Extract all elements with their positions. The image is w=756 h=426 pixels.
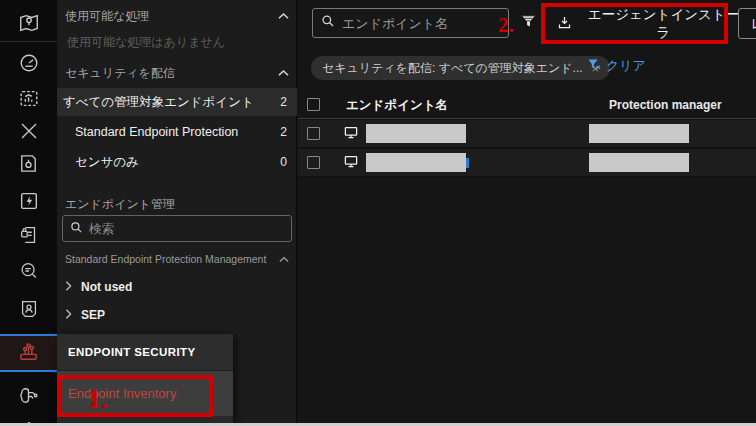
endpoint-table-area: エージェントインストーラ レ セキュリティを配信: すべての管理対象エンド...… (298, 0, 756, 426)
tree-item-label: SEP (81, 308, 105, 322)
endpoint-search-box (312, 8, 509, 38)
sidebar-item-all-managed-endpoints[interactable]: すべての管理対象エンドポイント 2 (57, 88, 297, 116)
lightning-icon[interactable] (0, 184, 57, 218)
section-title: エンドポイント管理 (65, 196, 175, 213)
sidebar-item-label: センサのみ (57, 154, 139, 171)
x-icon[interactable] (0, 114, 57, 148)
column-header-protection-manager[interactable]: Protection manager (609, 98, 722, 112)
endpoint-search-input[interactable] (342, 16, 500, 31)
tree-item-sep[interactable]: SEP (65, 308, 105, 322)
sidebar-search-box (62, 215, 292, 242)
endpoint-security-flyout-menu: ENDPOINT SECURITY Endpoint Inventory (57, 334, 233, 426)
monitor-icon (343, 154, 359, 173)
search-icon (321, 14, 335, 32)
section-title: 使用可能な処理 (65, 8, 149, 25)
section-endpoint-management: エンドポイント管理 (65, 193, 289, 215)
table-row[interactable] (298, 120, 756, 148)
clear-filters-button[interactable]: クリア (586, 57, 646, 75)
flyout-header: ENDPOINT SECURITY (57, 334, 233, 371)
column-header-endpoint-name[interactable]: エンドポイント名 (346, 97, 448, 114)
secondary-toolbar-button[interactable]: レ (738, 8, 756, 39)
chevron-up-icon[interactable] (278, 9, 289, 23)
sidebar-item-sensor-only[interactable]: センサのみ 0 (57, 148, 297, 176)
menu-item-endpoint-inventory[interactable]: Endpoint Inventory (57, 371, 233, 416)
tree-item-not-used[interactable]: Not used (65, 280, 132, 294)
sidebar-item-count: 2 (280, 95, 287, 109)
sidebar-item-label: すべての管理対象エンドポイント (57, 94, 254, 111)
redacted-protection-manager (589, 153, 689, 172)
gauge-icon[interactable] (0, 46, 57, 80)
row-checkbox[interactable] (307, 127, 320, 140)
table-row[interactable] (298, 149, 756, 177)
endpoint-inventory-icon (17, 340, 40, 367)
download-icon (557, 15, 572, 33)
left-icon-rail (0, 0, 57, 426)
chevron-up-icon[interactable] (279, 253, 289, 265)
filter-chip-label: セキュリティを配信: すべての管理対象エンド... (322, 60, 583, 77)
sidebar-item-count: 0 (280, 155, 287, 169)
rail-divider (0, 41, 57, 42)
tree-item-label: Not used (81, 280, 132, 294)
sidebar-item-label: Standard Endpoint Protection (57, 125, 238, 139)
monitor-icon (343, 125, 359, 144)
section-security-deploy[interactable]: セキュリティを配信 (65, 62, 289, 84)
chart-report-icon[interactable] (0, 82, 57, 116)
row-checkbox[interactable] (307, 156, 320, 169)
section-title: Standard Endpoint Protection Management (65, 253, 266, 265)
secondary-toolbar-button-label: レ (751, 16, 756, 31)
sandbox-icon[interactable] (0, 146, 57, 180)
link-remnant-mark (466, 158, 469, 168)
app-window: 使用可能な処理 使用可能な処理はありません セキュリティを配信 すべての管理対象… (0, 0, 756, 426)
filter-clear-icon (586, 57, 602, 75)
select-all-checkbox[interactable] (307, 98, 320, 111)
endpoint-inventory-rail-item[interactable] (0, 334, 57, 372)
chevron-right-icon[interactable] (65, 308, 72, 322)
ai-brain-icon[interactable] (0, 378, 57, 412)
agent-installer-button[interactable]: エージェントインストーラ (547, 8, 756, 39)
clear-label: クリア (606, 57, 646, 75)
section-title: セキュリティを配信 (65, 65, 175, 82)
table-header-row: エンドポイント名 Protection manager (298, 90, 756, 119)
redacted-endpoint-name (366, 153, 466, 172)
available-actions-empty-text: 使用可能な処理はありません (67, 34, 225, 51)
section-sep-management[interactable]: Standard Endpoint Protection Management (65, 253, 289, 265)
sidebar-item-standard-endpoint-protection[interactable]: Standard Endpoint Protection 2 (57, 118, 297, 146)
search-icon (70, 220, 83, 238)
section-available-actions[interactable]: 使用可能な処理 (65, 5, 289, 27)
attack-surface-map-icon[interactable] (0, 6, 57, 40)
chevron-up-icon[interactable] (278, 66, 289, 80)
search-comment-icon[interactable] (0, 254, 57, 288)
sidebar-item-count: 2 (280, 125, 287, 139)
agent-installer-label: エージェントインストーラ (581, 6, 746, 42)
redacted-endpoint-name (366, 124, 466, 143)
sidebar-search-input[interactable] (89, 222, 284, 236)
identity-badge-icon[interactable] (0, 292, 57, 326)
redacted-protection-manager (589, 124, 689, 143)
chevron-right-icon[interactable] (65, 280, 72, 294)
filter-chip[interactable]: セキュリティを配信: すべての管理対象エンド... × (311, 56, 610, 80)
filter-funnel-icon[interactable] (520, 13, 537, 34)
policy-lock-icon[interactable] (0, 218, 57, 252)
